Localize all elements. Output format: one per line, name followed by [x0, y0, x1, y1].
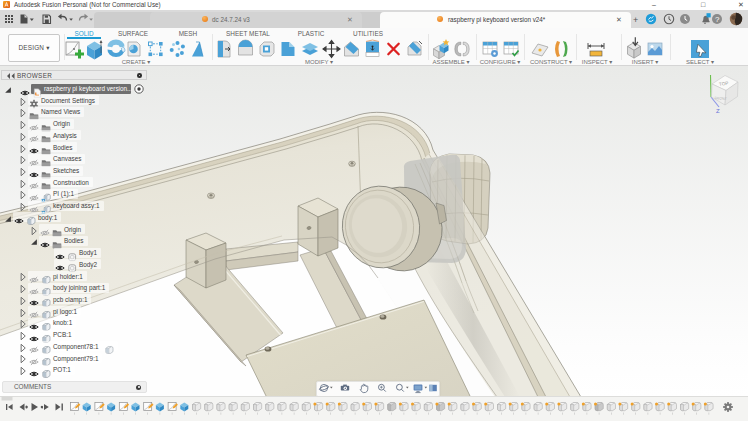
- svg-text:FRONT: FRONT: [714, 96, 727, 101]
- svg-text:?: ?: [715, 15, 720, 24]
- svg-text:Z: Z: [716, 108, 720, 114]
